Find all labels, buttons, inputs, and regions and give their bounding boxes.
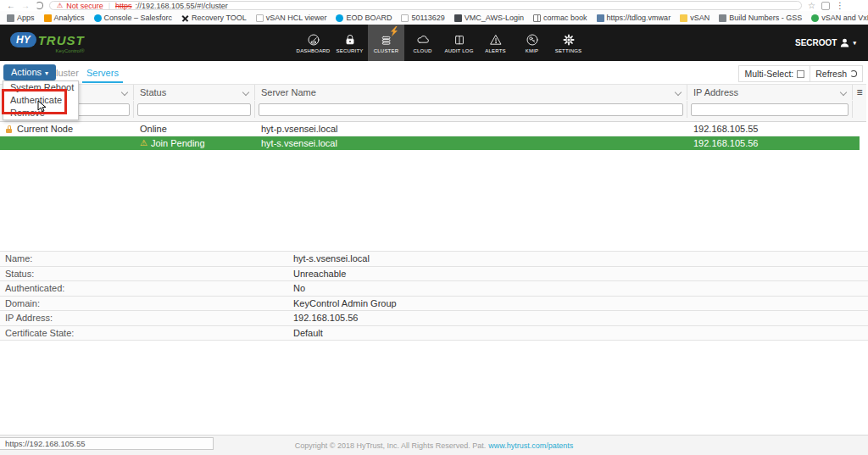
multi-select-label: Multi-Select: xyxy=(744,69,793,79)
bookmark-label: EOD BOARD xyxy=(346,14,392,22)
detail-label: IP Address: xyxy=(0,313,293,323)
column-header-ip-address[interactable]: IP Address xyxy=(687,85,853,100)
bookmark-50113629[interactable]: 50113629 xyxy=(401,14,444,22)
cloud-icon xyxy=(416,33,430,47)
actions-label: Actions xyxy=(11,67,42,77)
extension-icon[interactable] xyxy=(821,2,830,10)
bookmark-analytics[interactable]: Analytics xyxy=(44,14,85,22)
detail-value: KeyControl Admin Group xyxy=(293,298,397,308)
column-header-status[interactable]: Status xyxy=(134,85,255,100)
refresh-button[interactable]: Refresh xyxy=(810,66,862,81)
ip-cell: 192.168.105.55 xyxy=(687,124,853,134)
site-icon xyxy=(597,14,604,22)
bookmark-label: VMC_AWS-Login xyxy=(465,14,524,22)
dashboard-icon xyxy=(307,33,320,47)
detail-label: Certificate State: xyxy=(0,328,293,338)
tab-servers[interactable]: Servers xyxy=(86,68,119,78)
nav-security[interactable]: SECURITY xyxy=(331,25,368,61)
cursor-arrow-icon xyxy=(37,100,47,114)
nav-label: CLUSTER xyxy=(374,48,398,53)
nav-label: CLOUD xyxy=(413,48,431,53)
bookmark-label: vSAN and VxRail Un xyxy=(821,14,868,22)
salesforce-cloud-icon xyxy=(94,14,102,22)
bookmark-eod-board[interactable]: EOD BOARD xyxy=(336,14,392,22)
url-scheme: https xyxy=(115,2,132,10)
browser-menu-icon[interactable]: ⋮ xyxy=(836,1,844,11)
servers-table: Status Server Name IP Address ≡ Current … xyxy=(0,84,866,150)
not-secure-warning-icon: ⚠ xyxy=(57,2,63,10)
app-header: HY TRUST KeyControl® DASHBOARD SECURITY … xyxy=(0,25,868,61)
browser-back-icon[interactable]: ← xyxy=(7,0,15,11)
bookmark-cormac-book[interactable]: cormac book xyxy=(533,14,587,22)
url-text: ://192.168.105.55/#!/cluster xyxy=(136,2,228,10)
bookmark-vmc-aws[interactable]: VMC_AWS-Login xyxy=(454,14,524,22)
lock-icon xyxy=(6,125,13,133)
table-row-join-pending[interactable]: ⚠Join Pending hyt-s.vsensei.local 192.16… xyxy=(0,136,860,150)
chevron-down-icon[interactable] xyxy=(675,89,682,96)
bookmark-vsan-hcl[interactable]: vSAN HCL viewer xyxy=(256,14,327,22)
chevron-down-icon: ▾ xyxy=(45,69,48,77)
nav-kmip[interactable]: KMIP xyxy=(514,25,550,61)
refresh-icon xyxy=(850,70,857,77)
user-icon xyxy=(840,38,849,47)
detail-row-domain: Domain:KeyControl Admin Group xyxy=(0,297,868,312)
table-header-row: Status Server Name IP Address ≡ xyxy=(0,84,866,100)
bookmark-console-salesforce[interactable]: Console – Salesforc xyxy=(94,14,173,22)
key-icon xyxy=(526,33,539,47)
bookmark-build-numbers[interactable]: Build Numbers - GSS xyxy=(719,14,802,22)
detail-row-authenticated: Authenticated:No xyxy=(0,281,868,297)
column-menu-icon[interactable]: ≡ xyxy=(853,85,866,100)
nav-cloud[interactable]: CLOUD xyxy=(404,25,441,61)
multi-select-toggle[interactable]: Multi-Select: xyxy=(739,66,810,81)
detail-value: hyt-s.vsensei.local xyxy=(293,253,370,264)
logo-cloud: HY xyxy=(10,32,36,47)
table-row-current-node[interactable]: Current Node Online hyt-p.vsensei.local … xyxy=(0,122,860,136)
bookmark-star-icon[interactable]: ☆ xyxy=(808,1,815,11)
ip-cell: 192.168.105.56 xyxy=(687,138,860,148)
browser-forward-icon[interactable]: → xyxy=(21,0,30,11)
nav-cluster[interactable]: CLUSTER xyxy=(368,25,404,61)
node-cell: Current Node xyxy=(17,124,73,134)
bookmark-vsan-vxrail[interactable]: vSAN and VxRail Un xyxy=(811,14,868,22)
chevron-down-icon[interactable] xyxy=(121,89,128,96)
actions-button[interactable]: Actions▾ xyxy=(3,64,56,80)
bookmark-label: Apps xyxy=(17,14,35,22)
bookmark-recovery-tool[interactable]: Recovery TOOL xyxy=(181,14,247,22)
table-filter-row xyxy=(0,100,866,122)
chevron-down-icon[interactable] xyxy=(242,89,249,96)
browser-reload-icon[interactable] xyxy=(36,2,43,9)
lightning-icon xyxy=(389,26,398,37)
url-field[interactable]: ⚠ Not secure | https ://192.168.105.55/#… xyxy=(49,1,802,10)
server-name-cell: hyt-p.vsensei.local xyxy=(255,124,687,134)
page-icon xyxy=(256,14,264,22)
detail-value: Unreachable xyxy=(293,269,346,279)
annotation-red-box xyxy=(2,89,67,114)
apps-grid-icon xyxy=(7,14,14,22)
browser-address-bar: ← → ⚠ Not secure | https ://192.168.105.… xyxy=(0,0,868,11)
bookmark-label: https://tdlog.vmwar xyxy=(607,14,671,22)
filter-input-server-name[interactable] xyxy=(259,103,683,116)
filter-input-ip-address[interactable] xyxy=(691,103,849,116)
nav-dashboard[interactable]: DASHBOARD xyxy=(295,25,331,61)
patents-link[interactable]: www.hytrust.com/patents xyxy=(488,441,573,450)
detail-row-ip-address: IP Address:192.168.105.56 xyxy=(0,311,868,326)
multi-select-checkbox[interactable] xyxy=(797,70,804,78)
status-url-bubble: https://192.168.105.55 xyxy=(0,437,214,450)
user-menu[interactable]: SECROOT ▾ xyxy=(795,38,856,47)
column-header-server-name[interactable]: Server Name xyxy=(255,85,687,100)
nav-settings[interactable]: SETTINGS xyxy=(550,25,587,61)
main-nav: DASHBOARD SECURITY CLUSTER CLOUD AUDIT L… xyxy=(295,25,587,61)
chevron-down-icon: ▾ xyxy=(853,40,856,47)
bookmark-vsan-folder[interactable]: vSAN xyxy=(680,14,709,22)
filter-input-status[interactable] xyxy=(137,103,251,116)
bookmark-label: Console – Salesforc xyxy=(104,14,173,22)
server-details-panel: Name:hyt-s.vsensei.local Status:Unreacha… xyxy=(0,251,868,341)
bookmark-tdlog[interactable]: https://tdlog.vmwar xyxy=(597,14,671,22)
nav-audit-log[interactable]: AUDIT LOG xyxy=(441,25,477,61)
bookmark-apps[interactable]: Apps xyxy=(7,14,35,22)
table-controls: Multi-Select: Refresh xyxy=(738,65,863,82)
chevron-down-icon[interactable] xyxy=(840,89,847,96)
nav-alerts[interactable]: ALERTS xyxy=(477,25,514,61)
warning-icon: ⚠ xyxy=(140,139,147,147)
hytrust-logo: HY TRUST KeyControl® xyxy=(10,32,85,53)
